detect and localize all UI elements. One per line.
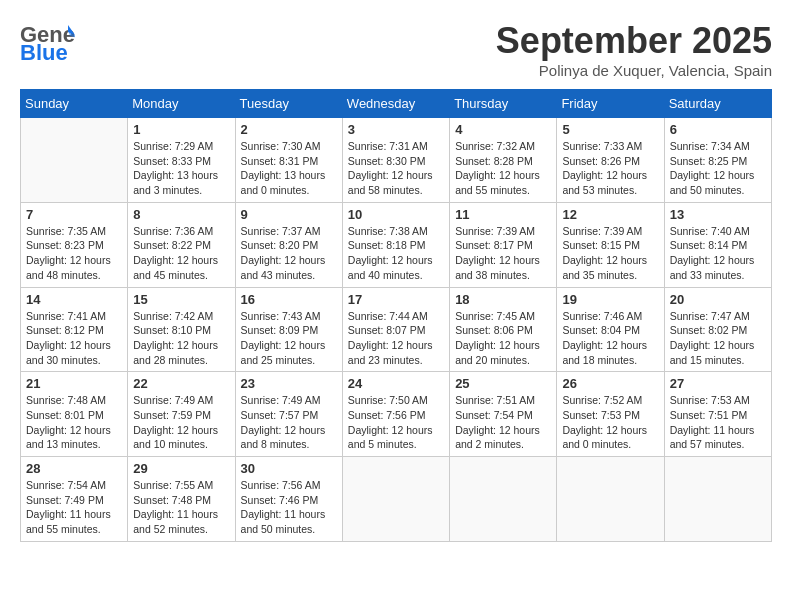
calendar-cell: 13Sunrise: 7:40 AM Sunset: 8:14 PM Dayli… <box>664 202 771 287</box>
calendar-cell <box>557 457 664 542</box>
day-number: 13 <box>670 207 766 222</box>
day-info: Sunrise: 7:43 AM Sunset: 8:09 PM Dayligh… <box>241 309 337 368</box>
day-of-week-header: Monday <box>128 90 235 118</box>
day-number: 15 <box>133 292 229 307</box>
day-info: Sunrise: 7:42 AM Sunset: 8:10 PM Dayligh… <box>133 309 229 368</box>
day-number: 1 <box>133 122 229 137</box>
logo-icon: General Blue <box>20 20 75 65</box>
calendar-cell: 28Sunrise: 7:54 AM Sunset: 7:49 PM Dayli… <box>21 457 128 542</box>
day-info: Sunrise: 7:39 AM Sunset: 8:15 PM Dayligh… <box>562 224 658 283</box>
calendar-cell: 14Sunrise: 7:41 AM Sunset: 8:12 PM Dayli… <box>21 287 128 372</box>
day-of-week-header: Sunday <box>21 90 128 118</box>
page-header: General Blue September 2025 Polinya de X… <box>20 20 772 79</box>
day-info: Sunrise: 7:56 AM Sunset: 7:46 PM Dayligh… <box>241 478 337 537</box>
calendar-cell: 5Sunrise: 7:33 AM Sunset: 8:26 PM Daylig… <box>557 118 664 203</box>
calendar-week-row: 14Sunrise: 7:41 AM Sunset: 8:12 PM Dayli… <box>21 287 772 372</box>
day-info: Sunrise: 7:40 AM Sunset: 8:14 PM Dayligh… <box>670 224 766 283</box>
day-info: Sunrise: 7:32 AM Sunset: 8:28 PM Dayligh… <box>455 139 551 198</box>
calendar-cell: 17Sunrise: 7:44 AM Sunset: 8:07 PM Dayli… <box>342 287 449 372</box>
day-info: Sunrise: 7:34 AM Sunset: 8:25 PM Dayligh… <box>670 139 766 198</box>
day-number: 29 <box>133 461 229 476</box>
location: Polinya de Xuquer, Valencia, Spain <box>496 62 772 79</box>
calendar-cell: 15Sunrise: 7:42 AM Sunset: 8:10 PM Dayli… <box>128 287 235 372</box>
day-number: 8 <box>133 207 229 222</box>
calendar-cell: 21Sunrise: 7:48 AM Sunset: 8:01 PM Dayli… <box>21 372 128 457</box>
day-of-week-header: Tuesday <box>235 90 342 118</box>
calendar-week-row: 1Sunrise: 7:29 AM Sunset: 8:33 PM Daylig… <box>21 118 772 203</box>
day-number: 4 <box>455 122 551 137</box>
calendar-cell <box>342 457 449 542</box>
day-number: 27 <box>670 376 766 391</box>
calendar-cell <box>664 457 771 542</box>
day-number: 24 <box>348 376 444 391</box>
calendar-cell: 26Sunrise: 7:52 AM Sunset: 7:53 PM Dayli… <box>557 372 664 457</box>
calendar-cell: 18Sunrise: 7:45 AM Sunset: 8:06 PM Dayli… <box>450 287 557 372</box>
day-info: Sunrise: 7:48 AM Sunset: 8:01 PM Dayligh… <box>26 393 122 452</box>
calendar-cell: 7Sunrise: 7:35 AM Sunset: 8:23 PM Daylig… <box>21 202 128 287</box>
calendar-cell: 11Sunrise: 7:39 AM Sunset: 8:17 PM Dayli… <box>450 202 557 287</box>
day-info: Sunrise: 7:38 AM Sunset: 8:18 PM Dayligh… <box>348 224 444 283</box>
day-info: Sunrise: 7:46 AM Sunset: 8:04 PM Dayligh… <box>562 309 658 368</box>
calendar-week-row: 7Sunrise: 7:35 AM Sunset: 8:23 PM Daylig… <box>21 202 772 287</box>
day-info: Sunrise: 7:41 AM Sunset: 8:12 PM Dayligh… <box>26 309 122 368</box>
day-info: Sunrise: 7:53 AM Sunset: 7:51 PM Dayligh… <box>670 393 766 452</box>
day-number: 5 <box>562 122 658 137</box>
calendar-cell: 1Sunrise: 7:29 AM Sunset: 8:33 PM Daylig… <box>128 118 235 203</box>
day-info: Sunrise: 7:31 AM Sunset: 8:30 PM Dayligh… <box>348 139 444 198</box>
day-number: 19 <box>562 292 658 307</box>
day-info: Sunrise: 7:29 AM Sunset: 8:33 PM Dayligh… <box>133 139 229 198</box>
day-of-week-header: Wednesday <box>342 90 449 118</box>
calendar-cell: 22Sunrise: 7:49 AM Sunset: 7:59 PM Dayli… <box>128 372 235 457</box>
day-number: 14 <box>26 292 122 307</box>
calendar-cell: 25Sunrise: 7:51 AM Sunset: 7:54 PM Dayli… <box>450 372 557 457</box>
calendar-cell: 19Sunrise: 7:46 AM Sunset: 8:04 PM Dayli… <box>557 287 664 372</box>
day-info: Sunrise: 7:54 AM Sunset: 7:49 PM Dayligh… <box>26 478 122 537</box>
calendar-cell: 3Sunrise: 7:31 AM Sunset: 8:30 PM Daylig… <box>342 118 449 203</box>
calendar-body: 1Sunrise: 7:29 AM Sunset: 8:33 PM Daylig… <box>21 118 772 542</box>
calendar-cell: 10Sunrise: 7:38 AM Sunset: 8:18 PM Dayli… <box>342 202 449 287</box>
title-block: September 2025 Polinya de Xuquer, Valenc… <box>496 20 772 79</box>
day-info: Sunrise: 7:45 AM Sunset: 8:06 PM Dayligh… <box>455 309 551 368</box>
calendar-cell: 2Sunrise: 7:30 AM Sunset: 8:31 PM Daylig… <box>235 118 342 203</box>
calendar-cell: 16Sunrise: 7:43 AM Sunset: 8:09 PM Dayli… <box>235 287 342 372</box>
day-info: Sunrise: 7:55 AM Sunset: 7:48 PM Dayligh… <box>133 478 229 537</box>
day-number: 10 <box>348 207 444 222</box>
day-info: Sunrise: 7:37 AM Sunset: 8:20 PM Dayligh… <box>241 224 337 283</box>
day-number: 30 <box>241 461 337 476</box>
calendar-cell: 20Sunrise: 7:47 AM Sunset: 8:02 PM Dayli… <box>664 287 771 372</box>
calendar-table: SundayMondayTuesdayWednesdayThursdayFrid… <box>20 89 772 542</box>
day-number: 28 <box>26 461 122 476</box>
calendar-cell: 8Sunrise: 7:36 AM Sunset: 8:22 PM Daylig… <box>128 202 235 287</box>
day-info: Sunrise: 7:36 AM Sunset: 8:22 PM Dayligh… <box>133 224 229 283</box>
day-number: 21 <box>26 376 122 391</box>
logo: General Blue <box>20 20 75 65</box>
day-number: 20 <box>670 292 766 307</box>
day-info: Sunrise: 7:44 AM Sunset: 8:07 PM Dayligh… <box>348 309 444 368</box>
day-info: Sunrise: 7:33 AM Sunset: 8:26 PM Dayligh… <box>562 139 658 198</box>
day-number: 2 <box>241 122 337 137</box>
day-number: 16 <box>241 292 337 307</box>
day-info: Sunrise: 7:39 AM Sunset: 8:17 PM Dayligh… <box>455 224 551 283</box>
day-number: 7 <box>26 207 122 222</box>
day-info: Sunrise: 7:47 AM Sunset: 8:02 PM Dayligh… <box>670 309 766 368</box>
month-title: September 2025 <box>496 20 772 62</box>
day-of-week-header: Saturday <box>664 90 771 118</box>
calendar-week-row: 21Sunrise: 7:48 AM Sunset: 8:01 PM Dayli… <box>21 372 772 457</box>
calendar-week-row: 28Sunrise: 7:54 AM Sunset: 7:49 PM Dayli… <box>21 457 772 542</box>
day-info: Sunrise: 7:30 AM Sunset: 8:31 PM Dayligh… <box>241 139 337 198</box>
day-number: 9 <box>241 207 337 222</box>
day-info: Sunrise: 7:49 AM Sunset: 7:59 PM Dayligh… <box>133 393 229 452</box>
day-number: 23 <box>241 376 337 391</box>
day-of-week-header: Friday <box>557 90 664 118</box>
day-info: Sunrise: 7:49 AM Sunset: 7:57 PM Dayligh… <box>241 393 337 452</box>
calendar-cell: 30Sunrise: 7:56 AM Sunset: 7:46 PM Dayli… <box>235 457 342 542</box>
day-info: Sunrise: 7:35 AM Sunset: 8:23 PM Dayligh… <box>26 224 122 283</box>
calendar-cell: 23Sunrise: 7:49 AM Sunset: 7:57 PM Dayli… <box>235 372 342 457</box>
day-number: 17 <box>348 292 444 307</box>
calendar-cell: 27Sunrise: 7:53 AM Sunset: 7:51 PM Dayli… <box>664 372 771 457</box>
day-number: 6 <box>670 122 766 137</box>
day-info: Sunrise: 7:50 AM Sunset: 7:56 PM Dayligh… <box>348 393 444 452</box>
day-info: Sunrise: 7:52 AM Sunset: 7:53 PM Dayligh… <box>562 393 658 452</box>
day-of-week-header: Thursday <box>450 90 557 118</box>
day-number: 18 <box>455 292 551 307</box>
